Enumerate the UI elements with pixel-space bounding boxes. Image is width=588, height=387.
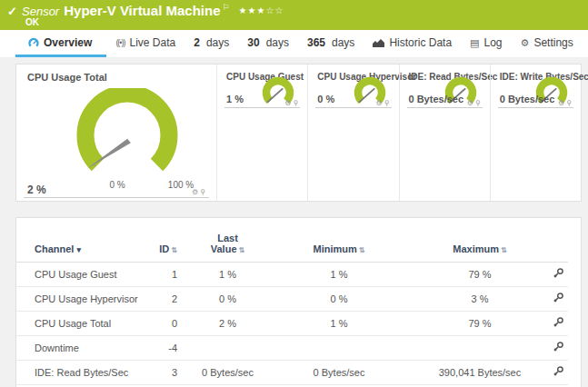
tab-number: 30 — [247, 36, 259, 49]
divider — [315, 107, 391, 108]
channel-minimum: 0 % — [271, 287, 407, 312]
tab-30-days[interactable]: 30 days — [238, 33, 298, 57]
tab-overview[interactable]: Overview — [15, 33, 106, 57]
gauge-dial — [75, 88, 180, 183]
channel-minimum — [271, 336, 407, 361]
column-header-id[interactable]: ID⇅ — [148, 231, 184, 263]
tab-label: Log — [483, 36, 502, 49]
edit-channel-icon[interactable] — [553, 267, 564, 281]
priority-stars[interactable]: ★★★☆☆ — [239, 5, 284, 15]
table-header-row: Channel▾ ID⇅ LastValue⇅ Minimum⇅ Maximum… — [16, 231, 568, 263]
scale-min-label: 0 % — [109, 180, 125, 190]
tab-365-days[interactable]: 365 days — [298, 33, 364, 57]
table-row: CPU Usage Hypervisor 2 0 % 0 % 3 % — [16, 287, 568, 312]
gauge-cpu-usage-total: CPU Usage Total x 0 % 100 % 2 % ⚙⚲ — [16, 64, 216, 201]
gauges-panel: CPU Usage Total x 0 % 100 % 2 % ⚙⚲ CPU U… — [15, 64, 582, 202]
gauge-pin-icon[interactable]: ⚲ — [475, 99, 483, 107]
tab-unit: days — [206, 36, 229, 49]
scale-max-label: 100 % — [168, 180, 194, 190]
divider — [407, 107, 483, 108]
table-row: Downtime -4 — [16, 336, 568, 361]
gauge-value: 0 Bytes/sec — [500, 94, 555, 104]
sensor-header: ✓ SensorHyper-V Virtual Machine⚐★★★☆☆ OK — [0, 0, 588, 30]
divider — [24, 197, 209, 198]
table-row: IDE: Read Bytes/Sec 3 0 Bytes/sec 0 Byte… — [16, 361, 568, 385]
channel-id: 1 — [148, 263, 184, 287]
gauge-pin-icon[interactable]: ⚲ — [566, 99, 573, 107]
gauge-ide-write: IDE: Write Bytes/Sec 0 Bytes/sec ⚙⚲ — [490, 64, 581, 201]
channel-last-value: 0 Bytes/sec — [184, 361, 271, 385]
channel-maximum: 79 % — [407, 312, 553, 336]
tab-settings[interactable]: ⚙ Settings — [512, 33, 583, 57]
channel-name: Downtime — [16, 336, 148, 361]
tab-number: 365 — [307, 36, 325, 49]
gauge-gear-icon[interactable]: ⚙ — [375, 99, 384, 107]
channel-id: 3 — [148, 361, 184, 385]
channel-maximum: 390,041 Bytes/sec — [407, 361, 553, 385]
needle-marker: x — [93, 161, 96, 167]
edit-channel-icon[interactable] — [553, 316, 564, 330]
channel-minimum: 0 Bytes/sec — [271, 361, 407, 385]
channel-maximum: 3 % — [407, 287, 553, 312]
table-row: CPU Usage Guest 1 1 % 1 % 79 % — [16, 263, 568, 287]
tab-label: Historic Data — [389, 36, 452, 49]
sort-icon: ⇅ — [171, 246, 177, 254]
gauge-value: 0 Bytes/sec — [409, 94, 464, 104]
sort-desc-icon: ▾ — [76, 245, 81, 254]
gauge-pin-icon[interactable]: ⚲ — [384, 99, 392, 107]
sensor-status-badge: OK — [25, 17, 39, 27]
tab-label: Live Data — [130, 36, 176, 49]
channel-last-value: 2 % — [184, 312, 271, 336]
channel-last-value — [184, 336, 271, 361]
column-header-maximum[interactable]: Maximum⇅ — [407, 231, 553, 263]
tab-historic-data[interactable]: Historic Data — [364, 33, 461, 57]
gauge-title: CPU Usage Total — [27, 72, 107, 83]
gauge-value: 2 % — [27, 184, 46, 196]
table-row: CPU Usage Total 0 2 % 1 % 79 % — [16, 312, 568, 336]
gear-icon: ⚙ — [521, 37, 530, 49]
edit-channel-icon[interactable] — [553, 365, 564, 379]
gauge-pin-icon[interactable]: ⚲ — [200, 188, 207, 196]
channel-name: CPU Usage Total — [16, 312, 148, 336]
overview-content: CPU Usage Total x 0 % 100 % 2 % ⚙⚲ CPU U… — [0, 57, 588, 387]
divider — [224, 107, 300, 108]
tab-live-data[interactable]: ((•)) Live Data — [106, 33, 184, 57]
gauge-gear-icon[interactable]: ⚙ — [467, 99, 475, 107]
tab-bar: Overview ((•)) Live Data 2 days 30 days … — [0, 30, 588, 57]
gauge-value: 1 % — [226, 94, 244, 104]
gauge-value: 0 % — [317, 94, 334, 104]
gauge-gear-icon[interactable]: ⚙ — [284, 99, 293, 107]
gauge-icon — [28, 37, 39, 48]
log-icon: ▤ — [470, 37, 479, 49]
channel-id: 0 — [148, 312, 184, 336]
gauge-gear-icon[interactable]: ⚙ — [558, 99, 566, 107]
edit-channel-icon[interactable] — [553, 341, 564, 354]
channel-maximum — [407, 336, 553, 361]
channel-last-value: 0 % — [184, 287, 271, 312]
tab-unit: days — [266, 36, 289, 49]
edit-channel-icon[interactable] — [553, 292, 564, 305]
column-header-minimum[interactable]: Minimum⇅ — [271, 231, 407, 263]
gauge-pin-icon[interactable]: ⚲ — [293, 99, 300, 107]
live-data-icon: ((•)) — [115, 38, 125, 47]
status-ok-check-icon: ✓ — [7, 5, 17, 18]
sort-icon: ⇅ — [501, 246, 507, 254]
column-header-channel[interactable]: Channel▾ — [16, 231, 148, 263]
gauge-cpu-usage-guest: CPU Usage Guest 1 % ⚙⚲ — [216, 64, 307, 201]
tab-label: Overview — [44, 36, 92, 49]
tab-2-days[interactable]: 2 days — [184, 33, 238, 57]
tab-label: Settings — [533, 36, 573, 49]
channel-last-value: 1 % — [184, 263, 271, 287]
bar-chart-icon — [373, 38, 384, 48]
channel-minimum: 1 % — [271, 263, 407, 287]
channel-maximum: 79 % — [407, 263, 553, 287]
channel-minimum: 1 % — [271, 312, 407, 336]
channels-table: Channel▾ ID⇅ LastValue⇅ Minimum⇅ Maximum… — [16, 231, 568, 387]
sort-icon: ⇅ — [359, 246, 365, 254]
divider — [498, 107, 573, 108]
column-header-last-value[interactable]: LastValue⇅ — [184, 231, 271, 263]
gauge-gear-icon[interactable]: ⚙ — [192, 188, 200, 196]
tab-log[interactable]: ▤ Log — [461, 33, 511, 57]
tab-unit: days — [332, 36, 354, 49]
channel-id: 2 — [148, 287, 184, 312]
